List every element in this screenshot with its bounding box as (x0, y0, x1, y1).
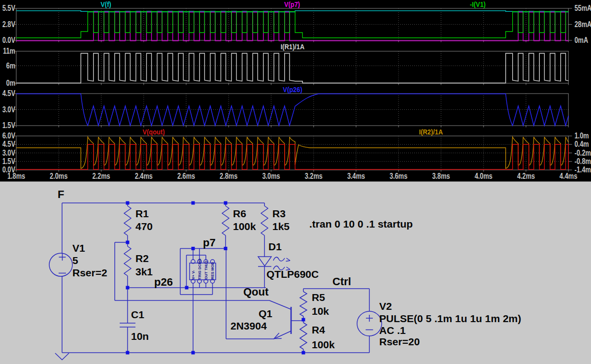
svg-text:2N3904: 2N3904 (230, 320, 267, 331)
svg-text:3.0V: 3.0V (2, 148, 16, 157)
svg-text:4.4ms: 4.4ms (559, 172, 577, 181)
svg-text:3k1: 3k1 (135, 266, 153, 277)
svg-text:D1: D1 (268, 241, 282, 252)
svg-text:C1: C1 (131, 309, 144, 320)
svg-text:3.4ms: 3.4ms (347, 172, 365, 181)
svg-text:V(f): V(f) (100, 0, 111, 8)
svg-text:Q1: Q1 (259, 308, 272, 319)
svg-text:PULSE(0 5 .1m 1u 1u 1m 2m): PULSE(0 5 .1m 1u 1u 1m 2m) (379, 313, 521, 324)
svg-text:p7: p7 (203, 236, 216, 249)
svg-text:.tran 0 10 0 .1 startup: .tran 0 10 0 .1 startup (309, 218, 413, 230)
svg-text:p26: p26 (154, 276, 173, 288)
svg-text:1.5V: 1.5V (2, 157, 16, 165)
svg-text:V1: V1 (72, 242, 85, 254)
svg-text:V(p7): V(p7) (284, 0, 300, 8)
svg-text:470: 470 (135, 221, 153, 232)
svg-text:6m: 6m (6, 61, 15, 70)
svg-text:TRIG DCHG: TRIG DCHG (197, 259, 202, 279)
svg-text:3.6ms: 3.6ms (390, 172, 407, 181)
svg-text:R1: R1 (135, 208, 149, 219)
svg-text:-I(V1): -I(V1) (470, 0, 486, 8)
svg-text:V2: V2 (379, 300, 392, 312)
svg-text:3.8ms: 3.8ms (432, 172, 450, 181)
svg-text:R2: R2 (135, 253, 149, 264)
svg-text:2.0ms: 2.0ms (50, 172, 67, 181)
svg-text:1.8ms: 1.8ms (7, 172, 25, 181)
svg-text:1k5: 1k5 (272, 221, 290, 232)
svg-text:4.5V: 4.5V (2, 140, 16, 149)
svg-text:3.2ms: 3.2ms (305, 172, 323, 181)
svg-text:100k: 100k (312, 339, 335, 350)
svg-text:0.4m: 0.4m (575, 140, 589, 149)
svg-text:2.6ms: 2.6ms (177, 172, 195, 181)
svg-text:4.0ms: 4.0ms (475, 172, 492, 181)
svg-text:0m: 0m (6, 79, 15, 88)
svg-text:R6: R6 (233, 208, 246, 219)
svg-text:28mA: 28mA (575, 20, 591, 29)
svg-text:R5: R5 (312, 292, 325, 303)
svg-text:F: F (58, 188, 64, 200)
svg-text:1.0m: 1.0m (575, 132, 589, 140)
svg-text:2.8ms: 2.8ms (220, 172, 237, 181)
svg-text:V+ V-: V+ V- (191, 270, 196, 279)
svg-text:10n: 10n (131, 331, 149, 342)
svg-text:RES MOD: RES MOD (210, 262, 215, 279)
svg-text:6.0V: 6.0V (2, 132, 16, 140)
svg-text:4.2ms: 4.2ms (517, 172, 535, 181)
svg-text:2.4ms: 2.4ms (135, 172, 153, 181)
svg-text:3.0V: 3.0V (2, 105, 16, 114)
svg-text:Qout: Qout (243, 286, 269, 298)
svg-text:2.8V: 2.8V (2, 20, 16, 29)
svg-text:3.0ms: 3.0ms (262, 172, 280, 181)
svg-text:-0.8m: -0.8m (575, 157, 591, 165)
svg-text:I(R2)/1A: I(R2)/1A (419, 128, 443, 136)
svg-text:0.0V: 0.0V (2, 36, 16, 45)
svg-text:OUT THLD: OUT THLD (204, 261, 208, 279)
svg-text:100k: 100k (233, 221, 256, 232)
svg-text:Ctrl: Ctrl (332, 275, 351, 288)
svg-text:0mA: 0mA (575, 36, 589, 45)
svg-text:Rser=20: Rser=20 (379, 336, 420, 347)
svg-text:AC .1: AC .1 (379, 325, 406, 336)
svg-text:QTLP690C: QTLP690C (266, 268, 319, 280)
svg-text:11m: 11m (3, 47, 15, 56)
svg-text:55mA: 55mA (575, 4, 591, 13)
svg-text:R4: R4 (312, 324, 325, 335)
svg-text:10k: 10k (312, 305, 329, 317)
svg-text:4.5V: 4.5V (2, 89, 16, 98)
svg-text:I(R1)/1A: I(R1)/1A (281, 43, 305, 51)
svg-text:5.5V: 5.5V (2, 4, 16, 13)
svg-text:R3: R3 (272, 208, 286, 219)
svg-text:1.5V: 1.5V (2, 121, 16, 130)
svg-text:V(p26): V(p26) (283, 86, 302, 94)
svg-text:V(qout): V(qout) (142, 128, 164, 136)
svg-text:Rser=2: Rser=2 (72, 267, 107, 278)
svg-text:2.2ms: 2.2ms (92, 172, 110, 181)
svg-text:5: 5 (72, 255, 78, 266)
svg-text:-0.2m: -0.2m (575, 148, 591, 157)
